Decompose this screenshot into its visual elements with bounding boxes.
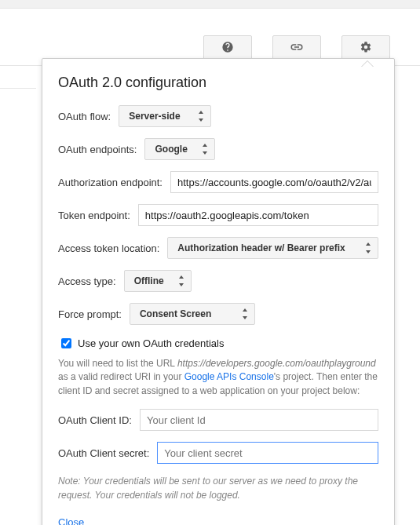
link-button[interactable] xyxy=(272,35,321,60)
label-access-token-location: Access token location: xyxy=(58,242,159,254)
popover-title: OAuth 2.0 configuration xyxy=(58,75,378,91)
select-oauth-endpoints-value: Google xyxy=(155,144,187,155)
chevron-updown-icon xyxy=(178,275,184,286)
select-oauth-flow-value: Server-side xyxy=(129,111,180,122)
divider xyxy=(0,88,36,89)
label-authz-endpoint: Authorization endpoint: xyxy=(58,177,163,188)
input-token-endpoint[interactable] xyxy=(138,204,378,226)
row-client-id: OAuth Client ID: xyxy=(58,409,378,431)
own-creds-description: You will need to list the URL https://de… xyxy=(58,357,378,398)
chevron-updown-icon xyxy=(365,242,371,253)
label-force-prompt: Force prompt: xyxy=(58,308,122,320)
chevron-updown-icon xyxy=(202,144,208,155)
credentials-note: Note: Your credentials will be sent to o… xyxy=(58,475,378,502)
oauth-config-popover: OAuth 2.0 configuration OAuth flow: Serv… xyxy=(42,58,395,525)
select-force-prompt[interactable]: Consent Screen xyxy=(130,303,255,325)
input-client-id[interactable] xyxy=(140,409,378,431)
label-client-id: OAuth Client ID: xyxy=(58,414,132,426)
label-own-creds: Use your own OAuth credentials xyxy=(78,337,224,349)
row-access-token-location: Access token location: Authorization hea… xyxy=(58,237,378,259)
help-button[interactable] xyxy=(203,35,252,60)
label-access-type: Access type: xyxy=(58,275,116,287)
label-client-secret: OAuth Client secret: xyxy=(58,447,149,459)
row-client-secret: OAuth Client secret: xyxy=(58,442,378,464)
popover-arrow xyxy=(361,61,374,67)
row-access-type: Access type: Offline xyxy=(58,270,378,292)
label-token-endpoint: Token endpoint: xyxy=(58,210,130,221)
select-oauth-flow[interactable]: Server-side xyxy=(119,105,211,127)
chevron-updown-icon xyxy=(198,111,204,122)
select-access-token-location-value: Authorization header w/ Bearer prefix xyxy=(177,242,345,253)
select-force-prompt-value: Consent Screen xyxy=(140,308,211,319)
gear-icon xyxy=(360,41,372,56)
row-token-endpoint: Token endpoint: xyxy=(58,204,378,226)
input-authz-endpoint[interactable] xyxy=(170,171,378,193)
link-icon xyxy=(290,40,304,57)
row-oauth-endpoints: OAuth endpoints: Google xyxy=(58,138,378,160)
settings-button[interactable] xyxy=(341,35,390,60)
input-client-secret[interactable] xyxy=(157,442,378,464)
window-topbar xyxy=(0,0,420,9)
label-oauth-flow: OAuth flow: xyxy=(58,111,111,122)
close-button[interactable]: Close xyxy=(58,516,84,525)
select-access-type-value: Offline xyxy=(134,275,164,286)
select-access-type[interactable]: Offline xyxy=(124,270,192,292)
link-google-apis-console[interactable]: Google APIs Console xyxy=(184,371,274,382)
select-access-token-location[interactable]: Authorization header w/ Bearer prefix xyxy=(167,237,378,259)
help-icon xyxy=(221,41,234,56)
select-oauth-endpoints[interactable]: Google xyxy=(144,138,215,160)
row-force-prompt: Force prompt: Consent Screen xyxy=(58,303,378,325)
row-own-creds: Use your own OAuth credentials xyxy=(58,336,378,351)
checkbox-own-creds[interactable] xyxy=(61,338,71,348)
chevron-updown-icon xyxy=(242,308,248,319)
row-authz-endpoint: Authorization endpoint: xyxy=(58,171,378,193)
row-oauth-flow: OAuth flow: Server-side xyxy=(58,105,378,127)
label-oauth-endpoints: OAuth endpoints: xyxy=(58,144,137,155)
